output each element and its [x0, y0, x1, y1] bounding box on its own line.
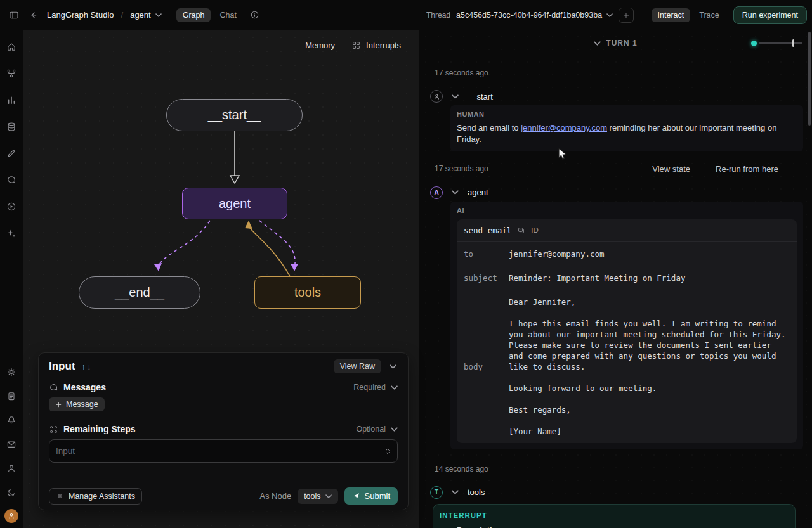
manage-assistants-button[interactable]: Manage Assistants [49, 488, 142, 505]
canvas-toolbar: Memory Interrupts [305, 41, 401, 50]
arrow-up-icon[interactable]: ↑ [82, 362, 88, 371]
add-message-label: Message [66, 400, 98, 409]
user-avatar[interactable] [4, 509, 18, 523]
interrupt-box: INTERRUPT Description [433, 504, 796, 528]
scrollbar-thumb[interactable] [808, 32, 811, 126]
view-state-button[interactable]: View state [652, 164, 690, 174]
graph-node-end[interactable]: __end__ [79, 276, 200, 309]
input-collapse-chevron[interactable] [386, 360, 399, 373]
messages-requirement: Required [353, 383, 386, 392]
play-circle-icon[interactable] [4, 199, 19, 214]
chevron-down-icon [606, 13, 613, 17]
remaining-steps-input[interactable] [56, 446, 383, 456]
node-agent-label: agent [219, 196, 251, 211]
bell-icon[interactable] [4, 413, 19, 428]
submit-button[interactable]: Submit [344, 487, 398, 505]
interrupts-grid-icon [351, 41, 361, 50]
back-arrow-icon[interactable] [26, 8, 41, 23]
as-node-value: tools [304, 492, 320, 501]
app-title: LangGraph Studio [47, 10, 114, 20]
info-icon[interactable] [247, 8, 263, 23]
graph-node-start[interactable]: __start__ [166, 99, 303, 131]
slider-track[interactable] [759, 42, 802, 44]
agent-event-label: agent [468, 188, 488, 197]
user-icon[interactable] [4, 461, 19, 476]
moon-icon[interactable] [4, 485, 19, 500]
email-link[interactable]: jennifer@company.com [521, 123, 607, 132]
database-icon[interactable] [4, 119, 19, 134]
view-raw-button[interactable]: View Raw [334, 359, 381, 373]
message-icon[interactable] [4, 172, 19, 188]
as-node-label: As Node [259, 491, 291, 501]
settings-gear-icon[interactable] [4, 364, 19, 380]
interrupts-button[interactable]: Interrupts [351, 41, 401, 50]
tools-event-header[interactable]: T tools [430, 486, 812, 499]
thread-select[interactable]: a5c456d5-73cc-40b4-964f-ddf1ba0b93ba [456, 11, 613, 20]
new-thread-button[interactable] [619, 8, 634, 23]
human-message: Send an email to jennifer@company.com re… [457, 122, 782, 145]
mail-icon[interactable] [4, 437, 19, 452]
chevron-down-icon [325, 494, 332, 498]
agent-event-header[interactable]: A agent [430, 186, 812, 199]
pencil-icon[interactable] [4, 146, 19, 161]
tools-avatar: T [430, 486, 443, 499]
topbar-right: Interact Trace Run experiment [652, 0, 807, 30]
rail-bottom-group [4, 364, 19, 523]
tab-chat[interactable]: Chat [213, 8, 242, 22]
graph-node-tools[interactable]: tools [254, 276, 361, 309]
chevron-down-icon [452, 190, 459, 195]
number-stepper-icon[interactable] [383, 447, 392, 456]
start-event-label: __start__ [468, 92, 502, 101]
memory-button[interactable]: Memory [305, 41, 335, 50]
plus-icon [55, 401, 62, 408]
thread-label: Thread [426, 11, 450, 20]
workflow-icon[interactable] [4, 66, 19, 81]
tab-interact[interactable]: Interact [652, 8, 691, 22]
add-message-button[interactable]: Message [49, 397, 105, 411]
interrupt-description-toggle[interactable]: Description [445, 525, 789, 528]
remaining-steps-row[interactable]: Remaining Steps Optional [49, 424, 398, 434]
chevron-down-icon[interactable] [391, 427, 398, 432]
timestamp: 17 seconds ago [435, 164, 488, 173]
slider-handle[interactable] [792, 39, 794, 47]
input-panel-footer: Manage Assistants As Node tools Submit [39, 482, 408, 510]
sidebar-toggle-icon[interactable] [6, 8, 22, 23]
mode-tabs: Interact Trace [652, 8, 726, 22]
slider-dot[interactable] [751, 41, 757, 46]
copy-icon[interactable] [517, 226, 525, 235]
start-event-header[interactable]: __start__ [430, 90, 812, 103]
chat-bubble-icon [49, 383, 58, 392]
rerun-from-here-button[interactable]: Re-run from here [716, 164, 778, 174]
field-key: body [464, 362, 509, 371]
turn-header[interactable]: TURN 1 [419, 30, 812, 56]
graph-node-agent[interactable]: agent [182, 188, 287, 219]
clipboard-icon[interactable] [4, 389, 19, 404]
tab-graph[interactable]: Graph [176, 8, 211, 22]
submit-label: Submit [365, 491, 390, 501]
tool-call-id-label: ID [531, 226, 539, 234]
as-node-select[interactable]: tools [298, 489, 337, 504]
collapse-arrows[interactable]: ↑↓ [82, 362, 93, 371]
interrupts-label: Interrupts [366, 41, 401, 50]
home-icon[interactable] [4, 39, 19, 55]
run-experiment-button[interactable]: Run experiment [733, 6, 807, 24]
graph-canvas[interactable]: Memory Interrupts __start__ agent __end_… [23, 30, 419, 528]
sparkles-icon[interactable] [4, 226, 19, 241]
timeline-slider[interactable] [751, 40, 802, 46]
tools-event-label: tools [468, 487, 485, 497]
messages-row[interactable]: Messages Required [49, 382, 398, 392]
tab-trace[interactable]: Trace [693, 8, 726, 22]
breadcrumb-separator: / [121, 10, 124, 20]
chevron-down-icon[interactable] [391, 385, 398, 390]
graph-select[interactable]: agent [130, 10, 162, 20]
plus-icon [622, 11, 630, 19]
arrow-down-icon[interactable]: ↓ [87, 362, 93, 371]
node-end-label: __end__ [115, 285, 164, 300]
tool-call-header: send_email ID [457, 219, 797, 242]
chart-columns-icon[interactable] [4, 93, 19, 108]
interrupt-description-label: Description [457, 525, 502, 528]
chevron-down-icon [155, 13, 162, 17]
field-key: to [464, 249, 509, 259]
role-label: AI [457, 207, 797, 214]
topbar-left: LangGraph Studio / agent Graph Chat [6, 8, 263, 23]
